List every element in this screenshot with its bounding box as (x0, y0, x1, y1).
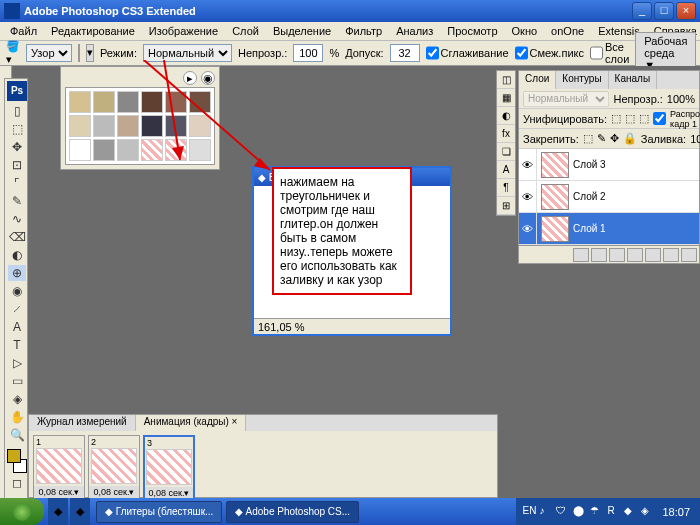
pattern-swatch[interactable] (117, 91, 139, 113)
blend-mode-select[interactable]: Нормальный (143, 44, 232, 62)
pattern-swatch[interactable] (117, 139, 139, 161)
taskbar-item[interactable]: ◆ Adobe Photoshop CS... (226, 501, 359, 523)
tray-icon[interactable]: ◆ (624, 505, 638, 519)
visibility-icon[interactable]: 👁 (519, 181, 537, 212)
panel-tab-icon[interactable]: fx (497, 125, 515, 143)
unify-icon[interactable]: ⬚ (611, 112, 621, 125)
pattern-swatch[interactable] (69, 115, 91, 137)
ps-logo-icon[interactable]: Ps (7, 81, 27, 101)
animation-frame[interactable]: 30,08 сек.▾ (143, 435, 195, 501)
menu-item[interactable]: Редактирование (45, 24, 141, 38)
tray-icon[interactable]: 🛡 (556, 505, 570, 519)
layer-row[interactable]: 👁Слой 2 (519, 181, 699, 213)
panel-tab[interactable]: Анимация (кадры) × (136, 415, 247, 431)
picker-options-icon[interactable]: ◉ (201, 71, 215, 85)
lock-icon[interactable]: 🔒 (623, 132, 637, 145)
panel-tab[interactable]: Слои (519, 71, 556, 89)
tool-button[interactable]: ▯ (7, 102, 27, 120)
pattern-dropdown-button[interactable]: ▾ (86, 44, 94, 62)
taskbar-item[interactable]: ◆ Глитеры (блестяшк... (96, 501, 222, 523)
layer-row[interactable]: 👁Слой 1 (519, 213, 699, 245)
tool-button[interactable]: ⊡ (7, 156, 27, 174)
fill-type-select[interactable]: Узор (26, 44, 72, 62)
lang-indicator[interactable]: EN (522, 505, 536, 519)
menu-item[interactable]: onOne (545, 24, 590, 38)
menu-item[interactable]: Окно (506, 24, 544, 38)
quicklaunch-icon[interactable]: ◆ (48, 498, 68, 525)
animation-frame[interactable]: 10,08 сек.▾ (33, 435, 85, 501)
tool-button[interactable]: ▭ (7, 372, 27, 390)
layer-style-icon[interactable] (591, 248, 607, 262)
menu-item[interactable]: Слой (226, 24, 265, 38)
layer-blend-select[interactable]: Нормальный (523, 91, 609, 107)
all-layers-checkbox[interactable]: Все слои (590, 41, 629, 65)
panel-tab-icon[interactable]: ▦ (497, 89, 515, 107)
propagate-checkbox[interactable] (653, 112, 666, 125)
lock-icon[interactable]: ✎ (597, 132, 606, 145)
close-button[interactable]: × (676, 2, 696, 20)
tool-button[interactable]: ◉ (7, 282, 27, 300)
pattern-swatch[interactable] (69, 139, 91, 161)
contiguous-checkbox[interactable]: Смеж.пикс (515, 44, 584, 62)
panel-tab-icon[interactable]: ◐ (497, 107, 515, 125)
menu-item[interactable]: Файл (4, 24, 43, 38)
panel-tab[interactable]: Контуры (556, 71, 608, 89)
menu-item[interactable]: Просмотр (441, 24, 503, 38)
layer-row[interactable]: 👁Слой 3 (519, 149, 699, 181)
unify-icon[interactable]: ⬚ (639, 112, 649, 125)
panel-tab-icon[interactable]: ❏ (497, 143, 515, 161)
pattern-swatch[interactable] (141, 91, 163, 113)
pattern-swatch[interactable] (69, 91, 91, 113)
tool-button[interactable]: 🔍 (7, 426, 27, 444)
delete-layer-icon[interactable] (681, 248, 697, 262)
lock-icon[interactable]: ✥ (610, 132, 619, 145)
opacity-input[interactable] (293, 44, 323, 62)
pattern-swatch[interactable] (189, 115, 211, 137)
pattern-swatch[interactable] (165, 91, 187, 113)
tray-icon[interactable]: ⬤ (573, 505, 587, 519)
pattern-swatch[interactable] (165, 115, 187, 137)
menu-item[interactable]: Фильтр (339, 24, 388, 38)
tool-button[interactable]: A (7, 318, 27, 336)
tool-button[interactable]: ▷ (7, 354, 27, 372)
tool-button[interactable]: ⬚ (7, 120, 27, 138)
tool-button[interactable]: ⌫ (7, 228, 27, 246)
new-layer-icon[interactable] (663, 248, 679, 262)
antialias-checkbox[interactable]: Сглаживание (426, 44, 509, 62)
menu-item[interactable]: Выделение (267, 24, 337, 38)
color-swatches[interactable] (7, 449, 27, 473)
panel-tab[interactable]: Каналы (609, 71, 658, 89)
panel-tab-icon[interactable]: ⊞ (497, 197, 515, 215)
tool-button[interactable]: ⊕ (7, 264, 27, 282)
tool-button[interactable]: T (7, 336, 27, 354)
menu-item[interactable]: Анализ (390, 24, 439, 38)
tray-icon[interactable]: R (607, 505, 621, 519)
panel-tab[interactable]: Журнал измерений (29, 415, 136, 431)
pattern-swatch[interactable] (165, 139, 187, 161)
adjustment-layer-icon[interactable] (627, 248, 643, 262)
clock[interactable]: 18:07 (658, 506, 694, 518)
quicklaunch-icon[interactable]: ◆ (70, 498, 90, 525)
pattern-swatch[interactable] (189, 139, 211, 161)
maximize-button[interactable]: □ (654, 2, 674, 20)
link-layers-icon[interactable] (573, 248, 589, 262)
tolerance-input[interactable] (390, 44, 420, 62)
pattern-swatch[interactable] (189, 91, 211, 113)
tray-icon[interactable]: ◈ (641, 505, 655, 519)
layer-thumbnail[interactable] (541, 184, 569, 210)
pattern-swatch[interactable] (93, 91, 115, 113)
pattern-swatch[interactable] (141, 115, 163, 137)
tool-button[interactable]: ∿ (7, 210, 27, 228)
minimize-button[interactable]: _ (632, 2, 652, 20)
tool-button[interactable]: ✎ (7, 192, 27, 210)
tool-button[interactable]: ✋ (7, 408, 27, 426)
pattern-swatch[interactable] (93, 115, 115, 137)
pattern-swatch[interactable] (78, 44, 80, 62)
layer-group-icon[interactable] (645, 248, 661, 262)
panel-tab-icon[interactable]: A (497, 161, 515, 179)
tool-button[interactable]: ✥ (7, 138, 27, 156)
layer-mask-icon[interactable] (609, 248, 625, 262)
pattern-swatch[interactable] (117, 115, 139, 137)
menu-item[interactable]: Изображение (143, 24, 224, 38)
quickmask-icon[interactable]: ◻ (7, 474, 27, 492)
